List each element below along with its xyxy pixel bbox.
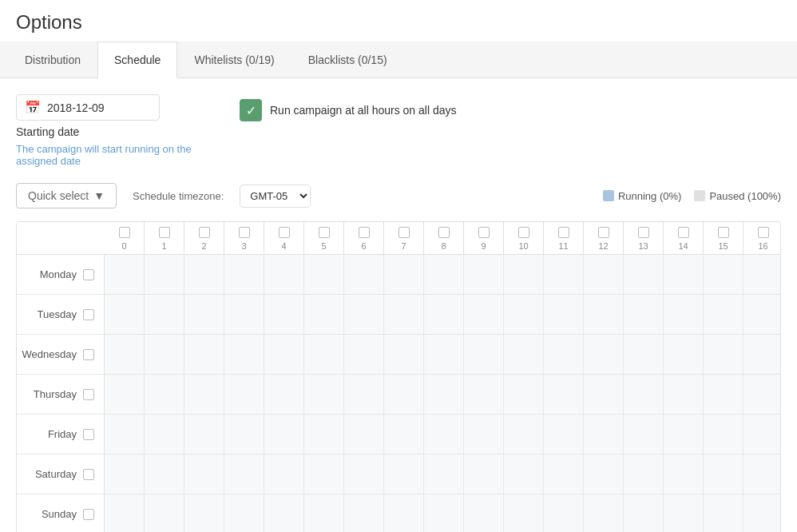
cell-friday-0[interactable]: [105, 415, 145, 454]
hour-checkbox-5[interactable]: [319, 227, 330, 238]
cell-wednesday-13[interactable]: [624, 335, 664, 374]
cell-friday-8[interactable]: [424, 415, 464, 454]
cell-monday-16[interactable]: [743, 255, 781, 294]
cell-wednesday-1[interactable]: [145, 335, 184, 374]
cell-monday-6[interactable]: [344, 255, 384, 294]
cell-thursday-15[interactable]: [704, 375, 743, 414]
hour-checkbox-13[interactable]: [638, 227, 649, 238]
day-checkbox-tuesday[interactable]: [83, 309, 94, 320]
cell-friday-5[interactable]: [304, 415, 344, 454]
hour-checkbox-10[interactable]: [518, 227, 529, 238]
cell-thursday-11[interactable]: [544, 375, 584, 414]
cell-friday-15[interactable]: [704, 415, 743, 454]
hour-checkbox-16[interactable]: [758, 227, 769, 238]
timezone-select[interactable]: GMT-05 GMT-04 GMT-06 GMT+00: [240, 185, 311, 208]
cell-monday-1[interactable]: [145, 255, 184, 294]
cell-saturday-14[interactable]: [664, 455, 704, 494]
hour-checkbox-7[interactable]: [398, 227, 410, 238]
cell-monday-4[interactable]: [264, 255, 304, 294]
cell-monday-10[interactable]: [504, 255, 544, 294]
cell-wednesday-0[interactable]: [105, 335, 145, 374]
cell-thursday-7[interactable]: [384, 375, 424, 414]
day-checkbox-wednesday[interactable]: [83, 349, 94, 360]
cell-wednesday-5[interactable]: [304, 335, 344, 374]
cell-wednesday-12[interactable]: [584, 335, 624, 374]
cell-sunday-10[interactable]: [504, 494, 544, 532]
cell-sunday-15[interactable]: [704, 494, 743, 532]
cell-sunday-7[interactable]: [384, 494, 424, 532]
cell-tuesday-13[interactable]: [624, 295, 664, 334]
cell-saturday-12[interactable]: [584, 455, 624, 494]
cell-monday-3[interactable]: [224, 255, 264, 294]
cell-sunday-16[interactable]: [743, 494, 781, 532]
day-checkbox-monday[interactable]: [83, 269, 94, 280]
run-campaign-checkbox[interactable]: ✓: [240, 99, 262, 121]
cell-tuesday-4[interactable]: [264, 295, 304, 334]
cell-saturday-11[interactable]: [544, 455, 584, 494]
cell-sunday-8[interactable]: [424, 494, 464, 532]
hour-checkbox-8[interactable]: [438, 227, 450, 238]
cell-friday-7[interactable]: [384, 415, 424, 454]
cell-wednesday-7[interactable]: [384, 335, 424, 374]
day-checkbox-sunday[interactable]: [83, 509, 94, 520]
cell-monday-11[interactable]: [544, 255, 584, 294]
cell-saturday-15[interactable]: [704, 455, 743, 494]
cell-thursday-6[interactable]: [344, 375, 384, 414]
cell-wednesday-14[interactable]: [664, 335, 704, 374]
cell-wednesday-11[interactable]: [544, 335, 584, 374]
cell-tuesday-9[interactable]: [464, 295, 504, 334]
cell-tuesday-14[interactable]: [664, 295, 704, 334]
cell-friday-3[interactable]: [224, 415, 264, 454]
cell-sunday-9[interactable]: [464, 494, 504, 532]
cell-thursday-0[interactable]: [105, 375, 145, 414]
cell-monday-5[interactable]: [304, 255, 344, 294]
cell-thursday-9[interactable]: [464, 375, 504, 414]
cell-monday-14[interactable]: [664, 255, 704, 294]
tab-blacklists[interactable]: Blacklists (0/15): [291, 42, 404, 78]
cell-wednesday-15[interactable]: [704, 335, 743, 374]
tab-schedule[interactable]: Schedule: [97, 42, 177, 78]
cell-sunday-5[interactable]: [304, 494, 344, 532]
cell-sunday-11[interactable]: [544, 494, 584, 532]
cell-sunday-13[interactable]: [624, 494, 664, 532]
hour-checkbox-1[interactable]: [159, 227, 170, 238]
cell-saturday-13[interactable]: [624, 455, 664, 494]
hour-checkbox-6[interactable]: [359, 227, 370, 238]
cell-thursday-3[interactable]: [224, 375, 264, 414]
cell-saturday-7[interactable]: [384, 455, 424, 494]
cell-wednesday-10[interactable]: [504, 335, 544, 374]
cell-thursday-14[interactable]: [664, 375, 704, 414]
tab-distribution[interactable]: Distribution: [8, 42, 97, 78]
cell-friday-13[interactable]: [624, 415, 664, 454]
day-checkbox-thursday[interactable]: [83, 389, 94, 400]
cell-saturday-2[interactable]: [184, 455, 224, 494]
cell-wednesday-3[interactable]: [224, 335, 264, 374]
cell-tuesday-1[interactable]: [145, 295, 184, 334]
cell-thursday-8[interactable]: [424, 375, 464, 414]
cell-wednesday-8[interactable]: [424, 335, 464, 374]
cell-tuesday-0[interactable]: [105, 295, 145, 334]
cell-saturday-9[interactable]: [464, 455, 504, 494]
cell-sunday-1[interactable]: [145, 494, 184, 532]
hour-checkbox-9[interactable]: [478, 227, 490, 238]
cell-sunday-14[interactable]: [664, 494, 704, 532]
cell-saturday-3[interactable]: [224, 455, 264, 494]
cell-friday-14[interactable]: [664, 415, 704, 454]
cell-wednesday-4[interactable]: [264, 335, 304, 374]
hour-checkbox-12[interactable]: [598, 227, 609, 238]
cell-saturday-0[interactable]: [105, 455, 145, 494]
cell-tuesday-12[interactable]: [584, 295, 624, 334]
cell-thursday-16[interactable]: [743, 375, 781, 414]
cell-sunday-12[interactable]: [584, 494, 624, 532]
cell-monday-13[interactable]: [624, 255, 664, 294]
hour-checkbox-14[interactable]: [678, 227, 689, 238]
cell-thursday-1[interactable]: [145, 375, 184, 414]
day-checkbox-saturday[interactable]: [83, 469, 94, 480]
cell-sunday-3[interactable]: [224, 494, 264, 532]
cell-friday-11[interactable]: [544, 415, 584, 454]
quick-select-button[interactable]: Quick select ▼: [16, 183, 117, 208]
cell-saturday-5[interactable]: [304, 455, 344, 494]
cell-saturday-10[interactable]: [504, 455, 544, 494]
cell-thursday-4[interactable]: [264, 375, 304, 414]
cell-saturday-6[interactable]: [344, 455, 384, 494]
